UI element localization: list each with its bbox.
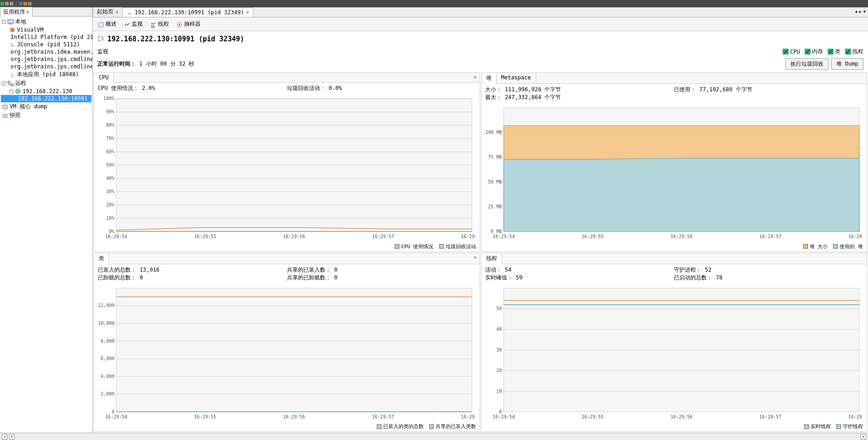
- tree-label: 快照: [10, 111, 21, 119]
- svg-text:40: 40: [496, 326, 502, 331]
- svg-text:75 MB: 75 MB: [488, 155, 502, 160]
- thread-chart: 0102030405016:29:5416:29:5516:29:5616:29…: [485, 285, 863, 420]
- applications-tree[interactable]: − 本地 VisualVM IntelliJ Platform (pid 214…: [0, 17, 92, 433]
- coredump-icon: [2, 104, 8, 110]
- close-icon[interactable]: ×: [246, 9, 249, 16]
- toolbar-dot: [28, 2, 32, 6]
- class-chart-panel: 类 × 已装入的总数： 13,016 已卸载的总数： 0 共享的已装入数： 0 …: [94, 253, 480, 432]
- view-toolbar: 概述 监视 线程 抽样器: [93, 17, 868, 31]
- svg-point-8: [4, 115, 6, 117]
- tab-start-page[interactable]: 起始页 ×: [93, 7, 123, 17]
- tree-node-maven[interactable]: org.jetbrains.idea.maven.server: [1, 48, 91, 56]
- svg-point-5: [16, 89, 20, 94]
- threads-button[interactable]: 线程: [148, 19, 171, 29]
- nav-forward-icon[interactable]: ▸: [9, 434, 15, 440]
- tree-node-snapshot[interactable]: 快照: [1, 111, 91, 120]
- tab-remote-app[interactable]: 192.168.222.130:10991 (pid 32349) ×: [122, 7, 253, 17]
- heap-tab[interactable]: 堆: [482, 73, 497, 84]
- collapse-icon[interactable]: −: [2, 20, 6, 24]
- svg-text:16:29:54: 16:29:54: [493, 234, 515, 239]
- svg-text:0%: 0%: [109, 229, 114, 234]
- tree-node-jps2[interactable]: org.jetbrains.jps.cmdline.Launc: [1, 63, 91, 70]
- svg-text:16:29:58: 16:29:58: [848, 414, 863, 419]
- gc-button[interactable]: 执行垃圾回收: [785, 58, 829, 70]
- collapse-icon[interactable]: −: [9, 89, 13, 94]
- toolbar-dot: [19, 2, 22, 6]
- tab-dropdown-icon[interactable]: ▾: [863, 8, 866, 15]
- svg-rect-11: [151, 25, 154, 26]
- toolbar-dot: [0, 2, 4, 6]
- network-icon: [7, 81, 14, 86]
- tree-node-remote-app[interactable]: 192.168.222.130:10991 (pid 3: [1, 95, 91, 102]
- info-label: 共享的已装入数：: [287, 267, 331, 273]
- tab-prev-icon[interactable]: ◂: [854, 8, 857, 15]
- svg-text:16:29:58: 16:29:58: [461, 414, 476, 419]
- svg-text:6,000: 6,000: [101, 356, 114, 361]
- close-icon[interactable]: ×: [470, 73, 479, 82]
- chk-cpu[interactable]: CPU: [783, 48, 800, 56]
- sampler-button[interactable]: 抽样器: [174, 19, 203, 29]
- tree-label: org.jetbrains.idea.maven.server: [11, 49, 92, 55]
- tree-node-localapp[interactable]: 本地应用 (pid 18048): [1, 70, 91, 79]
- svg-text:16:29:55: 16:29:55: [194, 414, 216, 419]
- tree-node-coredump[interactable]: VM 核心 dump: [1, 102, 91, 111]
- gc-activity-value: 0.0%: [329, 85, 342, 91]
- tree-node-jconsole[interactable]: JConsole (pid 5112): [1, 41, 91, 48]
- collapse-icon[interactable]: −: [2, 81, 6, 85]
- chk-classes[interactable]: 类: [828, 48, 840, 56]
- monitor-button[interactable]: 监视: [122, 19, 145, 29]
- svg-text:0: 0: [112, 409, 114, 414]
- tree-node-local[interactable]: − 本地: [1, 17, 91, 26]
- svg-text:40%: 40%: [106, 176, 114, 181]
- svg-text:16:29:55: 16:29:55: [582, 234, 604, 239]
- svg-text:16:29:56: 16:29:56: [283, 414, 305, 419]
- svg-text:16:29:55: 16:29:55: [194, 234, 216, 239]
- sidebar-tab-applications[interactable]: 应用程序 ×: [0, 7, 33, 17]
- svg-text:16:29:57: 16:29:57: [759, 414, 781, 419]
- tree-label: VisualVM: [17, 27, 44, 33]
- chk-threads[interactable]: 线程: [845, 48, 863, 56]
- svg-rect-10: [151, 23, 156, 24]
- svg-text:50%: 50%: [106, 162, 114, 167]
- svg-point-2: [11, 28, 14, 32]
- close-icon[interactable]: ×: [26, 9, 29, 15]
- class-tab[interactable]: 类: [94, 253, 109, 264]
- page-title: 192.168.222.130:10991 (pid 32349): [107, 35, 244, 43]
- tree-node-visualvm[interactable]: VisualVM: [1, 26, 91, 33]
- tree-label: 192.168.222.130: [22, 88, 72, 95]
- tree-node-intellij[interactable]: IntelliJ Platform (pid 21428): [1, 33, 91, 41]
- active-threads-value: 54: [505, 267, 511, 273]
- cpu-tab[interactable]: CPU: [94, 73, 114, 83]
- svg-text:10: 10: [496, 388, 502, 393]
- close-icon[interactable]: ×: [470, 253, 479, 264]
- info-label: 最大：: [485, 94, 502, 100]
- tab-next-icon[interactable]: ▸: [859, 8, 862, 15]
- svg-text:2,000: 2,000: [101, 391, 114, 396]
- visualvm-icon: [9, 27, 16, 33]
- heap-max-value: 247,332,864 个字节: [505, 94, 561, 100]
- tree-node-remote-host[interactable]: − 192.168.222.130: [1, 88, 91, 95]
- nav-back-icon[interactable]: ◂: [2, 434, 7, 440]
- thread-tab[interactable]: 线程: [482, 253, 502, 264]
- toolbar-dot: [23, 2, 27, 6]
- tree-label: org.jetbrains.jps.cmdline.Launc: [11, 56, 92, 62]
- tree-node-jps1[interactable]: org.jetbrains.jps.cmdline.Launc: [1, 56, 91, 63]
- nav-right-icon[interactable]: ▸: [861, 434, 866, 440]
- unloaded-classes-value: 0: [140, 274, 143, 281]
- heap-chart-panel: 堆 Metaspace 大小： 111,996,928 个字节 最大： 247,…: [481, 72, 868, 252]
- sidebar-tab-label: 应用程序: [3, 8, 25, 16]
- java-icon: [9, 72, 16, 78]
- close-icon[interactable]: ×: [115, 9, 118, 15]
- heap-dump-button[interactable]: 堆 Dump: [831, 58, 863, 70]
- cpu-chart-panel: CPU × CPU 使用情况： 2.0% 垃圾回收活动： 0.0% 0%10%2…: [94, 72, 480, 252]
- overview-button[interactable]: 概述: [95, 19, 119, 29]
- svg-text:16:29:56: 16:29:56: [670, 234, 692, 239]
- cpu-usage-value: 2.0%: [142, 85, 155, 91]
- metaspace-tab[interactable]: Metaspace: [497, 73, 536, 84]
- chk-memory[interactable]: 内存: [805, 48, 823, 56]
- svg-rect-1: [9, 24, 12, 24]
- class-chart: 02,0004,0006,0008,00010,00012,00016:29:5…: [98, 285, 476, 420]
- tree-node-remote[interactable]: − 远程: [1, 79, 91, 88]
- tree-label: 192.168.222.130:10991 (pid 3: [18, 95, 92, 102]
- svg-rect-62: [116, 288, 472, 412]
